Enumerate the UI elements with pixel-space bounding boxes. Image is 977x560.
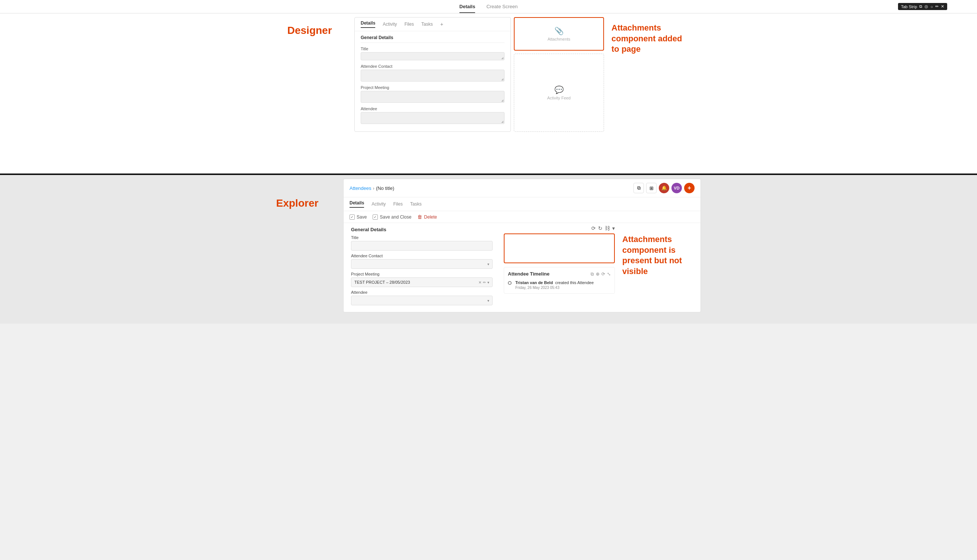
eye-icon[interactable]: ◎ <box>924 4 928 9</box>
explorer-header-icons: ⧉ ⊞ 🔔 VD + <box>633 183 695 193</box>
add-tab-icon[interactable]: + <box>440 21 443 27</box>
timeline-entry-text: Tristan van de Beld created this Attende… <box>515 280 594 285</box>
plus-circle-btn[interactable]: + <box>684 183 695 193</box>
exp-field-attendee-contact-label: Attendee Contact <box>351 253 493 258</box>
field-project-meeting-input[interactable]: ◢ <box>361 91 504 103</box>
explorer-tab-files[interactable]: Files <box>393 202 402 207</box>
explorer-tab-details[interactable]: Details <box>349 200 364 208</box>
table-btn[interactable]: ⊞ <box>646 183 656 193</box>
explorer-sub-tabs: Details Activity Files Tasks <box>344 197 700 211</box>
timeline-icon-2[interactable]: ⊕ <box>596 272 600 277</box>
timeline-icon-1[interactable]: ⧉ <box>591 272 594 277</box>
save-close-button[interactable]: ✓ Save and Close <box>372 215 411 220</box>
explorer-tab-tasks[interactable]: Tasks <box>410 202 422 207</box>
designer-section: Details Create Screen Tab Strip ⧉ ◎ ○ ✏ … <box>0 0 977 175</box>
field-title-input[interactable]: ◢ <box>361 52 504 60</box>
form-section-title: General Details <box>361 35 504 43</box>
tab-details-top[interactable]: Details <box>459 4 476 13</box>
field-attendee-contact-input[interactable]: ◢ <box>361 70 504 82</box>
designer-sub-tabs: Details Activity Files Tasks + <box>355 18 511 31</box>
field-attendee-contact-group: Attendee Contact ◢ <box>361 64 504 82</box>
timeline-icon-4[interactable]: ⤡ <box>607 272 611 277</box>
exp-field-project-meeting-label: Project Meeting <box>351 272 493 276</box>
timeline-entry-date: Friday, 26 May 2023 05:43 <box>515 286 594 290</box>
explorer-right-panel: ⟳ ↻ ⛓ ▾ Attendee Timeline ⧉ ⊕ <box>500 223 618 312</box>
refresh-btn[interactable]: ⟳ <box>591 225 596 231</box>
attachments-label: Attachments <box>547 37 570 41</box>
activity-feed-component-designer: 💬 Activity Feed <box>514 53 604 132</box>
chevron-down-project[interactable]: ▾ <box>488 280 489 285</box>
timeline-entry-name: Tristan van de Beld <box>515 280 553 285</box>
save-button[interactable]: ✓ Save <box>349 215 367 220</box>
exp-field-attendee-select[interactable]: ▾ <box>351 296 493 305</box>
exp-field-title-label: Title <box>351 235 493 240</box>
designer-annotation: Attachments component added to page <box>611 17 690 132</box>
designer-tab-tasks[interactable]: Tasks <box>421 22 433 27</box>
exp-field-attendee-contact-group: Attendee Contact ▾ <box>351 253 493 269</box>
field-project-meeting-group: Project Meeting ◢ <box>361 85 504 103</box>
circle-icon[interactable]: ○ <box>930 5 933 9</box>
designer-form-panel: Details Activity Files Tasks + General D… <box>354 17 511 132</box>
field-attendee-input[interactable]: ◢ <box>361 112 504 124</box>
attendee-timeline: Attendee Timeline ⧉ ⊕ ⟳ ⤡ <box>504 267 615 294</box>
timeline-title: Attendee Timeline <box>508 271 549 277</box>
timeline-dot <box>508 281 512 285</box>
timeline-dot-col <box>508 280 512 285</box>
exp-field-project-meeting-select[interactable]: TEST PROJECT – 28/05/2023 ✕ ✏ ▾ <box>351 277 493 287</box>
tab-strip-badge: Tab Strip ⧉ ◎ ○ ✏ ✕ <box>898 3 947 10</box>
field-title-label: Title <box>361 47 504 51</box>
breadcrumb: Attendees › (No title) <box>349 185 394 191</box>
exp-field-project-meeting-group: Project Meeting TEST PROJECT – 28/05/202… <box>351 272 493 287</box>
exp-field-attendee-label: Attendee <box>351 290 493 295</box>
activity-feed-label: Activity Feed <box>547 96 571 100</box>
breadcrumb-separator: › <box>373 185 374 191</box>
edit-project-icon[interactable]: ✏ <box>483 280 486 285</box>
exp-field-attendee-group: Attendee ▾ <box>351 290 493 305</box>
field-attendee-contact-label: Attendee Contact <box>361 64 504 68</box>
breadcrumb-current: (No title) <box>376 185 394 191</box>
tab-create-screen[interactable]: Create Screen <box>486 4 518 13</box>
exp-field-title-group: Title <box>351 235 493 251</box>
explorer-section: Explorer Attendees › (No title) ⧉ ⊞ 🔔 VD… <box>0 175 977 323</box>
attachments-component-explorer <box>504 233 615 263</box>
clear-project-icon[interactable]: ✕ <box>478 280 481 285</box>
explorer-tab-activity[interactable]: Activity <box>371 202 386 207</box>
timeline-icon-3[interactable]: ⟳ <box>601 272 605 277</box>
designer-label: Designer <box>287 25 332 37</box>
field-attendee-label: Attendee <box>361 107 504 111</box>
timeline-entry-action: created this Attendee <box>555 280 594 285</box>
attachments-component-designer: 📎 Attachments <box>514 17 604 51</box>
close-icon[interactable]: ✕ <box>941 4 944 9</box>
exp-field-attendee-contact-select[interactable]: ▾ <box>351 259 493 269</box>
field-title-group: Title ◢ <box>361 47 504 60</box>
explorer-toolbar: ✓ Save ✓ Save and Close 🗑 Delete <box>344 211 700 223</box>
bell-btn[interactable]: 🔔 <box>659 183 669 193</box>
project-meeting-value: TEST PROJECT – 28/05/2023 <box>354 280 410 285</box>
tab-strip-label: Tab Strip <box>901 5 917 9</box>
avatar-btn[interactable]: VD <box>671 183 682 193</box>
field-attendee-group: Attendee ◢ <box>361 107 504 124</box>
activity-feed-icon: 💬 <box>554 85 564 94</box>
delete-button[interactable]: 🗑 Delete <box>418 214 437 220</box>
dropdown-btn[interactable]: ▾ <box>612 225 615 231</box>
attachments-icon: 📎 <box>554 27 564 35</box>
explorer-form: General Details Title Attendee Contact ▾ <box>344 223 500 312</box>
designer-tab-activity[interactable]: Activity <box>382 22 397 27</box>
link-btn[interactable]: ⛓ <box>605 225 610 231</box>
exp-field-title-input[interactable] <box>351 241 493 251</box>
pencil-icon[interactable]: ✏ <box>935 4 939 9</box>
field-project-meeting-label: Project Meeting <box>361 85 504 90</box>
explorer-form-section-title: General Details <box>351 227 493 232</box>
breadcrumb-parent[interactable]: Attendees <box>349 185 371 191</box>
explorer-header: Attendees › (No title) ⧉ ⊞ 🔔 VD + <box>344 179 700 197</box>
copy-icon[interactable]: ⧉ <box>919 4 922 9</box>
timeline-icons: ⧉ ⊕ ⟳ ⤡ <box>591 272 611 277</box>
explorer-annotation: Attachments component is present but not… <box>618 223 700 312</box>
designer-tab-details[interactable]: Details <box>361 20 375 28</box>
explorer-label: Explorer <box>276 186 319 209</box>
designer-tab-files[interactable]: Files <box>404 22 414 27</box>
timeline-entry: Tristan van de Beld created this Attende… <box>508 280 611 290</box>
copy-btn[interactable]: ⧉ <box>633 183 644 193</box>
reload-btn[interactable]: ↻ <box>598 225 603 231</box>
